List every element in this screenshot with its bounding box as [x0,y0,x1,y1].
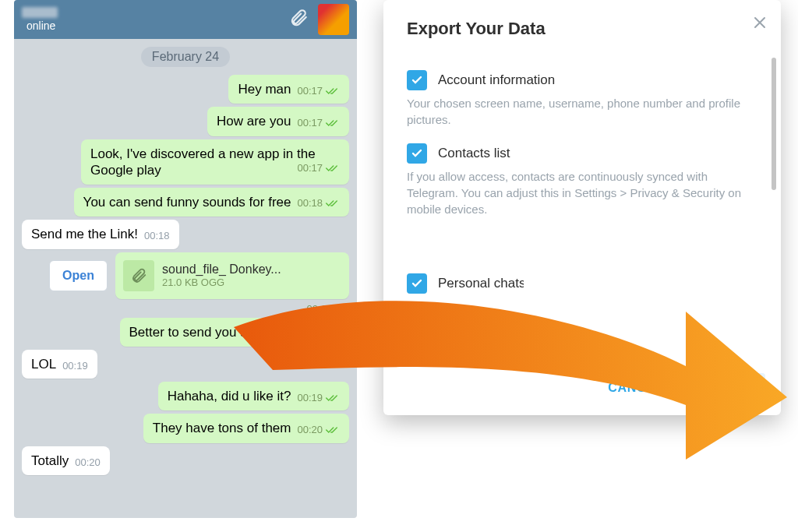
option-desc: Your chosen screen name, username, phone… [407,95,757,128]
message-text: Send me the Link! [31,227,138,241]
close-icon[interactable] [753,16,767,33]
cancel-button[interactable]: CANCEL [594,373,676,403]
message-text: Hahaha, did u like it? [168,389,291,403]
message-text: Look, I've discovered a new app in the G… [90,146,316,178]
option-label: Personal chats [438,276,524,291]
message-time: 00:20 [75,456,101,469]
read-ticks-icon [326,86,340,96]
read-ticks-icon [326,199,340,208]
chat-header: online [14,0,357,39]
export-button[interactable]: EXPORT [683,373,765,403]
export-option[interactable]: Contacts list [407,143,757,164]
read-ticks-icon [326,118,340,128]
read-ticks-icon [326,164,340,173]
option-label: Private groups [438,335,524,351]
checkbox-icon[interactable] [407,143,427,164]
message-text: LOL [31,357,56,372]
message-text: Hey man [238,82,291,97]
read-ticks-icon [326,425,340,435]
message-text: How are you [217,114,291,129]
chat-body[interactable]: February 24 Hey man00:17 How are you00:1… [14,39,357,518]
message-time: 00:20 [297,424,323,436]
date-separator: February 24 [141,47,230,67]
message-text: Totally [31,453,69,468]
option-label: Account information [438,72,555,88]
message-text: They have tons of them [153,421,291,435]
export-option[interactable]: Account information [407,70,757,90]
read-ticks-icon [326,393,340,403]
export-dialog: Export Your Data Account information You… [383,0,781,415]
contact-status: online [26,19,58,32]
option-label: Contacts list [438,146,510,161]
export-option[interactable]: Bot chats [407,303,757,323]
export-option[interactable]: Private groups [407,333,757,353]
checkbox-icon[interactable] [407,273,427,294]
message-time: 00:18 [144,230,170,242]
read-ticks-icon [326,329,340,339]
message-time: 00:17 [297,162,323,174]
message-text: You can send funny sounds for free [83,195,291,210]
message-time: 00:19 [297,328,323,340]
option-desc: If you allow access, contacts are contin… [407,168,757,217]
message-time: 00:19 [297,392,323,404]
message-text: Better to send you a sound! [129,325,291,340]
contact-name-blurred [22,7,58,18]
dialog-actions: CANCEL EXPORT [383,364,781,406]
chat-screenshot: online February 24 Hey man00:17 How are … [14,0,357,518]
message-time: 00:17 [297,117,323,129]
export-option[interactable]: Personal chats [407,273,757,294]
checkbox-icon[interactable] [407,333,427,353]
dialog-title: Export Your Data [407,19,757,39]
message-time: 00:18 [297,197,323,210]
scrollbar-thumb[interactable] [772,58,776,190]
message-time: 00:17 [297,85,323,97]
attach-icon[interactable] [288,8,309,31]
option-label: Bot chats [438,305,493,321]
avatar[interactable] [318,4,349,35]
checkbox-icon[interactable] [407,303,427,323]
message-time: 00:19 [62,360,88,372]
checkbox-icon[interactable] [407,70,427,90]
